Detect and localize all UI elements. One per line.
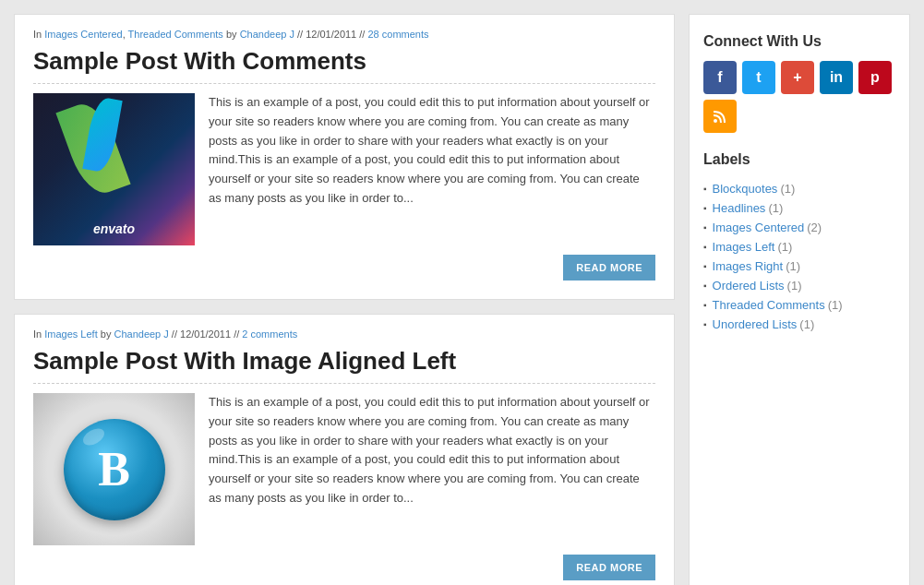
rss-button[interactable] <box>703 100 737 133</box>
label-images-right: Images Right (1) <box>703 257 895 276</box>
labels-list: Blockquotes (1) Headlines (1) Images Cen… <box>703 179 895 334</box>
post-body-2: This is an example of a post, you could … <box>33 393 655 545</box>
author-2[interactable]: Chandeep J <box>114 328 168 340</box>
label-threaded-comments: Threaded Comments (1) <box>703 295 895 315</box>
post-body-1: envato This is an example of a post, you… <box>33 93 655 245</box>
social-icons: f t + in p <box>703 61 895 133</box>
meta-prefix-2: In <box>33 328 44 340</box>
post-meta-2: In Images Left by Chandeep J // 12/01/20… <box>33 328 655 340</box>
post-card-2: In Images Left by Chandeep J // 12/01/20… <box>14 314 675 585</box>
category-threaded-comments[interactable]: Threaded Comments <box>128 29 223 40</box>
read-more-wrap-2: READ MORE <box>33 555 655 580</box>
label-link-headlines[interactable]: Headlines <box>713 201 766 215</box>
meta-date-1: // 12/01/2011 // <box>297 29 367 40</box>
envato-image: envato <box>33 93 195 245</box>
label-count-headlines: (1) <box>768 201 783 215</box>
meta-by-1: by <box>226 29 240 40</box>
label-ordered-lists: Ordered Lists (1) <box>703 276 895 295</box>
label-count-threaded-comments: (1) <box>828 298 843 312</box>
post-image-1: envato <box>33 93 195 245</box>
label-link-images-centered[interactable]: Images Centered <box>713 221 805 234</box>
label-link-images-right[interactable]: Images Right <box>713 259 784 273</box>
label-blockquotes: Blockquotes (1) <box>703 179 895 198</box>
post-excerpt-1: This is an example of a post, you could … <box>209 93 655 245</box>
comments-count-2[interactable]: 2 comments <box>242 328 297 340</box>
label-headlines: Headlines (1) <box>703 198 895 218</box>
post-card-1: In Images Centered, Threaded Comments by… <box>14 14 675 300</box>
connect-title: Connect With Us <box>703 33 895 50</box>
comments-count-1[interactable]: 28 comments <box>367 29 428 40</box>
twitter-button[interactable]: t <box>742 61 775 94</box>
meta-prefix-1: In <box>33 29 44 40</box>
page-wrapper: In Images Centered, Threaded Comments by… <box>0 0 924 585</box>
label-link-unordered-lists[interactable]: Unordered Lists <box>713 317 798 331</box>
label-count-ordered-lists: (1) <box>787 279 802 292</box>
envato-label: envato <box>93 221 135 245</box>
read-more-button-2[interactable]: READ MORE <box>563 555 655 580</box>
facebook-button[interactable]: f <box>703 61 737 94</box>
label-count-unordered-lists: (1) <box>799 317 814 331</box>
main-content: In Images Centered, Threaded Comments by… <box>14 14 675 585</box>
label-count-blockquotes: (1) <box>780 182 795 196</box>
category-images-left[interactable]: Images Left <box>44 328 97 340</box>
label-count-images-left: (1) <box>777 240 792 254</box>
blogger-icon <box>64 419 165 520</box>
post-meta-1: In Images Centered, Threaded Comments by… <box>33 29 655 40</box>
label-images-centered: Images Centered (2) <box>703 218 895 237</box>
label-link-images-left[interactable]: Images Left <box>713 240 775 254</box>
sidebar: Connect With Us f t + in p Labels <box>689 14 910 585</box>
post-title-2: Sample Post With Image Aligned Left <box>33 347 655 384</box>
blogger-image <box>33 393 195 545</box>
read-more-wrap-1: READ MORE <box>33 255 655 281</box>
label-link-threaded-comments[interactable]: Threaded Comments <box>713 298 825 312</box>
post-title-1: Sample Post With Comments <box>33 47 655 84</box>
read-more-button-1[interactable]: READ MORE <box>563 255 655 281</box>
post-excerpt-2: This is an example of a post, you could … <box>209 393 655 545</box>
svg-point-0 <box>714 119 717 123</box>
pinterest-button[interactable]: p <box>858 61 892 94</box>
labels-title: Labels <box>703 151 895 168</box>
label-count-images-right: (1) <box>786 259 800 273</box>
label-unordered-lists: Unordered Lists (1) <box>703 315 895 334</box>
label-images-left: Images Left (1) <box>703 237 895 257</box>
label-link-ordered-lists[interactable]: Ordered Lists <box>713 279 785 292</box>
author-1[interactable]: Chandeep J <box>240 29 294 40</box>
gplus-button[interactable]: + <box>781 61 814 94</box>
connect-section: Connect With Us f t + in p <box>703 33 895 133</box>
labels-section: Labels Blockquotes (1) Headlines (1) Ima… <box>703 151 895 334</box>
meta-date-2: // 12/01/2011 // <box>172 328 242 340</box>
linkedin-button[interactable]: in <box>820 61 853 94</box>
label-count-images-centered: (2) <box>807 221 822 234</box>
rss-icon <box>712 108 728 125</box>
label-link-blockquotes[interactable]: Blockquotes <box>713 182 778 196</box>
post-image-2 <box>33 393 195 545</box>
category-images-centered[interactable]: Images Centered <box>44 29 122 40</box>
meta-by-2: by <box>101 328 114 340</box>
